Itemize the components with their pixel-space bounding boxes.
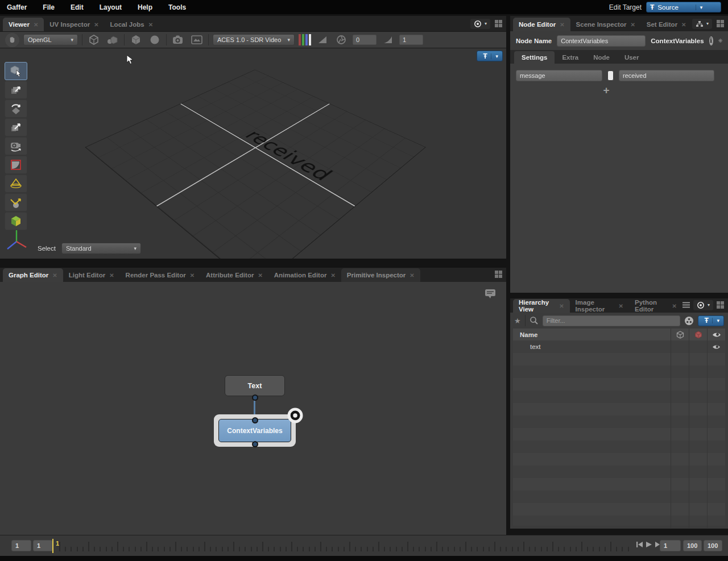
subtab-user[interactable]: User [617,51,647,64]
gamma-button[interactable] [380,34,395,46]
table-row[interactable] [513,428,725,441]
playhead[interactable] [52,539,53,553]
close-icon[interactable]: ✕ [559,303,564,309]
menu-gaffer[interactable]: Gaffer [7,3,27,11]
tab-set-editor[interactable]: Set Editor ✕ [641,18,692,31]
table-row[interactable] [513,403,725,415]
table-row[interactable] [513,466,725,478]
tab-graph-editor[interactable]: Graph Editor ✕ [3,268,63,282]
table-row[interactable] [513,516,725,528]
info-icon[interactable]: i [709,36,713,45]
annotation-icon[interactable] [483,288,497,300]
editor-follow-dropdown[interactable]: ▾ [692,19,712,29]
snapshot-to-image-button[interactable] [189,34,204,46]
tab-animation-editor[interactable]: Animation Editor ✕ [268,268,341,282]
expansion-button[interactable] [105,34,120,46]
channel-select-icon[interactable] [299,34,311,45]
table-row[interactable] [513,478,725,491]
rotate-tool-button[interactable] [5,99,27,118]
clipping-button[interactable] [315,34,330,46]
close-icon[interactable]: ✕ [148,22,153,28]
node-output-port[interactable] [252,394,258,401]
close-icon[interactable]: ✕ [109,272,114,279]
close-icon[interactable]: ✕ [258,272,262,279]
subtab-node[interactable]: Node [586,51,617,64]
close-icon[interactable]: ✕ [52,272,57,279]
layout-grid-icon[interactable] [717,20,724,27]
cell-exclude[interactable] [689,340,707,353]
hierarchy-filter-input[interactable] [543,315,680,326]
close-icon[interactable]: ✕ [330,272,335,279]
play-icon[interactable] [646,541,652,548]
menu-help[interactable]: Help [138,3,152,11]
focus-target-dropdown[interactable]: ▾ [470,19,490,29]
scene-text-object[interactable]: received [240,127,337,184]
table-row[interactable] [513,491,725,503]
light-tool-button[interactable] [5,174,27,193]
timeline-current-field[interactable] [33,540,53,551]
tab-node-editor[interactable]: Node Editor ✕ [513,18,570,31]
timeline-end-field-1[interactable] [683,540,702,551]
light-position-tool-button[interactable] [5,193,27,211]
variable-value-field[interactable] [619,70,714,81]
layout-grid-icon[interactable] [495,20,502,27]
column-exclude-header[interactable] [689,329,707,340]
timeline-end-field-2[interactable] [704,540,722,551]
close-icon[interactable]: ✕ [681,22,686,28]
table-row[interactable] [513,365,725,378]
gamma-field[interactable] [399,35,423,45]
hierarchy-table-header[interactable]: Name [513,329,725,340]
renderer-dropdown[interactable]: OpenGL ▾ [23,34,78,45]
close-icon[interactable]: ✕ [630,22,635,28]
bookmark-star-icon[interactable]: ★ [514,317,521,325]
crop-window-tool-button[interactable] [5,156,27,174]
viewer-pin-dropdown[interactable]: Ŧ ▾ [477,51,503,61]
pan-hand-icon[interactable] [5,33,19,47]
close-icon[interactable]: ✕ [190,272,195,279]
close-icon[interactable]: ✕ [34,22,38,28]
exposure-button[interactable] [334,34,349,46]
translate-tool-button[interactable] [5,81,27,99]
table-row[interactable] [513,353,725,365]
node-name-input[interactable] [557,35,646,47]
node-graph-canvas[interactable]: Text ContextVariables [0,282,506,535]
close-icon[interactable]: ✕ [619,303,623,309]
menu-hamburger-icon[interactable] [682,302,690,308]
subtab-extra[interactable]: Extra [555,51,586,64]
close-icon[interactable]: ✕ [672,303,677,309]
focus-target-dropdown[interactable]: ▾ [693,300,713,310]
focus-indicator-icon[interactable] [287,407,304,424]
layout-grid-icon[interactable] [495,271,502,278]
close-icon[interactable]: ✕ [410,272,414,279]
menu-tools[interactable]: Tools [168,3,186,11]
tab-local-jobs[interactable]: Local Jobs ✕ [105,18,159,31]
table-row[interactable]: text [513,340,725,353]
column-expand-header[interactable] [671,329,689,340]
gear-icon[interactable] [718,36,722,45]
tab-uv-inspector[interactable]: UV Inspector ✕ [44,18,104,31]
exposure-field[interactable] [353,35,377,45]
tab-primitive-inspector[interactable]: Primitive Inspector ✕ [341,268,420,282]
node-output-port[interactable] [252,441,258,447]
select-mode-dropdown[interactable]: Standard ▾ [61,243,141,254]
timeline-start-field[interactable] [11,540,31,551]
add-variable-button[interactable]: + [601,85,611,95]
variable-name-field[interactable] [516,70,602,81]
tab-attribute-editor[interactable]: Attribute Editor ✕ [200,268,268,282]
subtab-settings[interactable]: Settings [514,51,555,64]
menu-file[interactable]: File [43,3,55,11]
hierarchy-pin-dropdown[interactable]: Ŧ ▾ [698,315,724,326]
viewport-3d[interactable]: received [0,48,506,259]
close-icon[interactable]: ✕ [94,22,98,28]
menu-layout[interactable]: Layout [100,3,122,11]
timeline-ruler[interactable] [59,541,634,551]
table-row[interactable] [513,415,725,428]
tab-viewer[interactable]: Viewer ✕ [3,18,44,31]
display-transform-dropdown[interactable]: ACES 1.0 - SDR Video ▾ [213,34,295,45]
table-row[interactable] [513,503,725,516]
tab-scene-inspector[interactable]: Scene Inspector ✕ [570,18,641,31]
table-row[interactable] [513,453,725,466]
skip-to-start-icon[interactable] [636,541,643,548]
graph-node-text[interactable]: Text [225,375,285,396]
sets-filter-icon[interactable] [684,316,694,326]
